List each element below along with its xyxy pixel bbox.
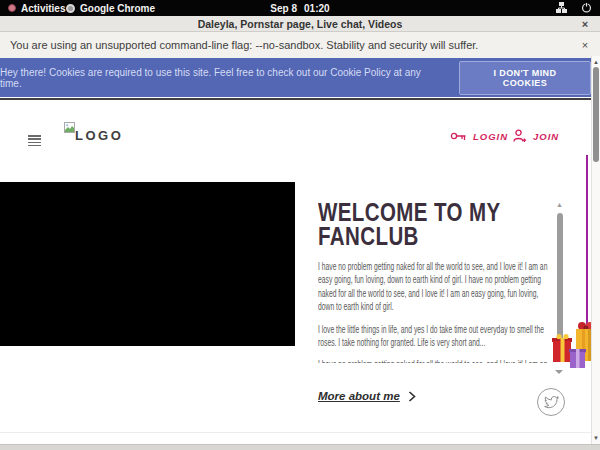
user-plus-icon <box>513 129 527 143</box>
twitter-button[interactable] <box>537 388 565 416</box>
menu-icon[interactable] <box>28 135 42 148</box>
activities-label: Activities <box>21 3 65 14</box>
chevron-right-icon <box>408 391 416 402</box>
gnome-top-bar: Activities Google Chrome Sep 8 01:20 <box>0 0 600 16</box>
key-icon <box>450 130 467 142</box>
cookie-banner: Hey there! Cookies are required to use t… <box>0 58 591 97</box>
activities-button[interactable]: Activities <box>8 0 65 16</box>
network-icon[interactable] <box>556 0 567 17</box>
login-button[interactable]: LOGIN <box>450 130 508 142</box>
login-label: LOGIN <box>473 131 508 142</box>
clock[interactable]: Sep 8 01:20 <box>270 0 329 16</box>
window-close-button[interactable]: × <box>578 17 592 31</box>
scrollbar-thumb[interactable] <box>593 67 599 162</box>
join-label: JOIN <box>533 131 559 142</box>
cookie-message: Hey there! Cookies are required to use t… <box>0 67 445 89</box>
scrollbar-down-button[interactable]: ▼ <box>592 435 600 441</box>
power-icon[interactable] <box>581 0 592 17</box>
twitter-icon <box>544 396 559 409</box>
close-icon: × <box>582 39 588 51</box>
about-paragraph: I love the little things in life, and ye… <box>318 323 552 350</box>
app-indicator-icon <box>8 4 16 12</box>
window-bottom-edge <box>0 444 600 450</box>
about-paragraph: I have no problem getting naked for all … <box>318 260 552 314</box>
site-top-divider <box>0 98 591 100</box>
site-logo[interactable]: LOGO <box>64 119 124 145</box>
about-paragraph-clipped: I have no problem getting naked for all … <box>318 358 552 363</box>
cookie-accept-button[interactable]: I DON'T MIND COOKIES <box>459 61 591 95</box>
about-text: I have no problem getting naked for all … <box>318 260 552 363</box>
more-about-me-link[interactable]: More about me <box>318 390 416 402</box>
video-player[interactable] <box>0 182 295 346</box>
broken-image-icon <box>64 122 75 133</box>
browser-scrollbar[interactable]: ▲ ▼ <box>591 56 600 444</box>
content-scroll-up-icon[interactable]: ▲ <box>556 201 563 208</box>
close-icon: × <box>582 18 588 30</box>
infobar-message: You are using an unsupported command-lin… <box>10 39 478 51</box>
chrome-infobar: You are using an unsupported command-lin… <box>0 32 600 58</box>
page-divider <box>0 432 591 433</box>
app-menu-button[interactable]: Google Chrome <box>66 0 155 16</box>
page-title: WELCOME TO MY FANCLUB <box>318 200 548 248</box>
window-title: Daleyla, Pornstar page, Live chat, Video… <box>198 18 403 30</box>
clock-time: 01:20 <box>304 3 330 14</box>
more-about-me-label: More about me <box>318 390 400 402</box>
scrollbar-up-button[interactable]: ▲ <box>592 59 600 65</box>
app-menu-label: Google Chrome <box>80 3 155 14</box>
infobar-close-button[interactable]: × <box>578 38 592 52</box>
join-button[interactable]: JOIN <box>513 129 559 143</box>
chrome-icon <box>66 4 75 13</box>
page-content: LOGO LOGIN JOIN WELCOME TO MY FANCLUB I … <box>0 97 600 444</box>
clock-date: Sep 8 <box>270 3 297 14</box>
logo-alt-text: LOGO <box>75 128 123 143</box>
window-title-bar: Daleyla, Pornstar page, Live chat, Video… <box>0 16 600 32</box>
